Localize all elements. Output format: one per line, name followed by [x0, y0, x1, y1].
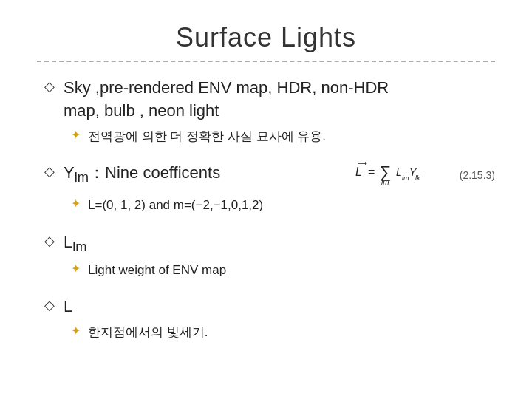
section-llm-subitems: ✦ Light weight of ENV map [64, 261, 495, 280]
section-ylm-title: Ylm：Nine coefficents [64, 162, 220, 187]
svg-text:L: L [396, 166, 402, 178]
section-ylm-subitems: ✦ L=(0, 1, 2) and m=(−2,−1,0,1,2) [64, 196, 495, 215]
section-llm-title: Llm [64, 231, 495, 256]
formula-box: L = ∑ lm L lm Y lk [352, 158, 495, 191]
ylm-subscript: lm [75, 169, 89, 185]
svg-text:lm: lm [402, 174, 409, 182]
sub-item-llm-1: ✦ Light weight of ENV map [71, 261, 495, 280]
title-area: Surface Lights [37, 22, 495, 53]
svg-text:lk: lk [415, 174, 420, 182]
svg-text:lm: lm [381, 178, 389, 186]
sub-text-ylm-1: L=(0, 1, 2) and m=(−2,−1,0,1,2) [88, 196, 263, 215]
neon-light-text: neon light [149, 101, 219, 120]
section-sky-subitems: ✦ 전역광에 의한 더 정확한 사실 묘사에 유용. [64, 127, 495, 146]
svg-text:L: L [355, 166, 362, 178]
formula-svg: L = ∑ lm L lm Y lk [352, 158, 448, 191]
svg-text:=: = [368, 166, 375, 178]
sub-item-l-1: ✦ 한지점에서의 빛세기. [71, 323, 495, 342]
slide-title: Surface Lights [37, 22, 495, 53]
section-llm: ◇ Llm ✦ Light weight of ENV map [44, 231, 495, 283]
title-divider [37, 61, 495, 62]
sub-bullet-ylm-1: ✦ [71, 197, 81, 211]
sub-bullet-l-1: ✦ [71, 324, 81, 338]
section-l-body: L ✦ 한지점에서의 빛세기. [64, 296, 495, 344]
llm-subscript: lm [72, 239, 86, 254]
slide: Surface Lights ◇ Sky ,pre‑rendered ENV m… [0, 0, 532, 399]
bullet-diamond-3: ◇ [44, 233, 55, 249]
sub-item-ylm-1: ✦ L=(0, 1, 2) and m=(−2,−1,0,1,2) [71, 196, 495, 215]
section-l-subitems: ✦ 한지점에서의 빛세기. [64, 323, 495, 342]
section-llm-body: Llm ✦ Light weight of ENV map [64, 231, 495, 283]
bullet-diamond-2: ◇ [44, 163, 55, 180]
sub-text-sky-1: 전역광에 의한 더 정확한 사실 묘사에 유용. [88, 127, 326, 146]
section-sky: ◇ Sky ,pre‑rendered ENV map, HDR, non‑HD… [44, 77, 495, 149]
slide-content: ◇ Sky ,pre‑rendered ENV map, HDR, non‑HD… [37, 77, 495, 344]
section-l: ◇ L ✦ 한지점에서의 빛세기. [44, 296, 495, 344]
section-sky-body: Sky ,pre‑rendered ENV map, HDR, non‑HDRm… [64, 77, 495, 149]
sub-bullet-llm-1: ✦ [71, 262, 81, 276]
section-l-title: L [64, 296, 495, 318]
bullet-diamond-4: ◇ [44, 297, 55, 313]
section-sky-title: Sky ,pre‑rendered ENV map, HDR, non‑HDRm… [64, 77, 495, 123]
section-ylm: ◇ Ylm：Nine coefficents L = [44, 162, 495, 218]
sub-text-llm-1: Light weight of ENV map [88, 261, 226, 280]
sub-item-sky-1: ✦ 전역광에 의한 더 정확한 사실 묘사에 유용. [71, 127, 495, 146]
bullet-diamond-1: ◇ [44, 78, 55, 95]
svg-marker-1 [365, 162, 367, 165]
section-ylm-body: Ylm：Nine coefficents L = ∑ [64, 162, 495, 218]
sub-bullet-sky-1: ✦ [71, 128, 81, 142]
formula-label: (2.15.3) [460, 169, 495, 181]
sub-text-l-1: 한지점에서의 빛세기. [88, 323, 208, 342]
